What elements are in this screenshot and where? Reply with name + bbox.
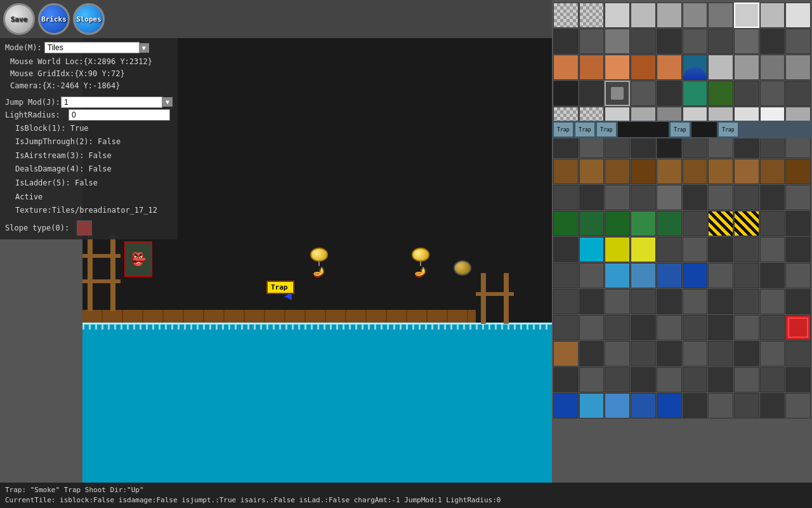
tile-15-1[interactable] [579, 393, 605, 418]
tile-2-1[interactable] [579, 55, 605, 80]
tile-6-1[interactable] [579, 159, 605, 184]
tile-1-3[interactable] [631, 29, 656, 54]
tile-3-1[interactable] [579, 81, 605, 106]
tile-15-5[interactable] [683, 393, 708, 418]
tile-6-3[interactable] [631, 159, 656, 184]
tile-13-6[interactable] [708, 341, 733, 366]
tile-3-6[interactable] [708, 81, 733, 106]
tile-6-6[interactable] [708, 159, 733, 184]
tile-6-8[interactable] [760, 159, 785, 184]
trap-tile-0[interactable]: Trap [553, 122, 573, 137]
tile-0-2[interactable] [605, 3, 630, 28]
tile-1-0[interactable] [553, 29, 579, 54]
tile-6-9[interactable] [785, 159, 811, 184]
tile-11-1[interactable] [579, 289, 605, 314]
tile-14-3[interactable] [631, 367, 656, 392]
tile-9-1[interactable] [579, 237, 605, 262]
tile-2-0[interactable] [553, 55, 579, 80]
tile-9-2[interactable] [605, 237, 630, 262]
tile-12-6[interactable] [708, 315, 733, 340]
tile-13-9[interactable] [785, 341, 811, 366]
tile-13-8[interactable] [760, 341, 785, 366]
tile-12-5[interactable] [683, 315, 708, 340]
tile-13-7[interactable] [734, 341, 759, 366]
trap-tile-4[interactable]: Trap [718, 122, 738, 137]
tile-7-5[interactable] [683, 185, 708, 210]
tile-12-3[interactable] [631, 315, 656, 340]
tile-10-1[interactable] [579, 263, 605, 288]
tile-9-8[interactable] [760, 237, 785, 262]
tile-13-5[interactable] [683, 341, 708, 366]
tile-8-1[interactable] [579, 211, 605, 236]
tile-6-4[interactable] [657, 159, 682, 184]
trap-tile-2[interactable]: Trap [596, 122, 617, 137]
tile-0-5[interactable] [683, 3, 708, 28]
tile-10-6[interactable] [708, 263, 733, 288]
tile-11-2[interactable] [605, 289, 630, 314]
tile-10-0[interactable] [553, 263, 579, 288]
tile-14-7[interactable] [734, 367, 759, 392]
tile-10-9[interactable] [785, 263, 811, 288]
tile-6-5[interactable] [683, 159, 708, 184]
tile-6-2[interactable] [605, 159, 630, 184]
tile-14-1[interactable] [579, 367, 605, 392]
tile-8-5[interactable] [683, 211, 708, 236]
tile-14-6[interactable] [708, 367, 733, 392]
tile-9-6[interactable] [708, 237, 733, 262]
tile-15-3[interactable] [631, 393, 656, 418]
tile-15-8[interactable] [760, 393, 785, 418]
tile-12-7[interactable] [734, 315, 759, 340]
tile-13-2[interactable] [605, 341, 630, 366]
tile-2-9[interactable] [785, 55, 811, 80]
tile-14-9[interactable] [785, 367, 811, 392]
tile-0-1[interactable] [579, 3, 605, 28]
tile-8-8[interactable] [760, 211, 785, 236]
tile-6-7[interactable] [734, 159, 759, 184]
tile-11-4[interactable] [657, 289, 682, 314]
tile-11-5[interactable] [683, 289, 708, 314]
tile-15-2[interactable] [605, 393, 630, 418]
tile-10-7[interactable] [734, 263, 759, 288]
tile-12-0[interactable] [553, 315, 579, 340]
tile-9-3[interactable] [631, 237, 656, 262]
tile-7-2[interactable] [605, 185, 630, 210]
tile-8-2[interactable] [605, 211, 630, 236]
tile-7-8[interactable] [760, 185, 785, 210]
tile-11-7[interactable] [734, 289, 759, 314]
tile-1-2[interactable] [605, 29, 630, 54]
tile-7-7[interactable] [734, 185, 759, 210]
tile-8-9[interactable] [785, 211, 811, 236]
tile-9-9[interactable] [785, 237, 811, 262]
tile-11-9[interactable] [785, 289, 811, 314]
jump-mod-arrow[interactable]: ▼ [162, 97, 173, 107]
tile-3-5[interactable] [683, 81, 708, 106]
tile-1-8[interactable] [760, 29, 785, 54]
tile-10-2[interactable] [605, 263, 630, 288]
tile-11-0[interactable] [553, 289, 579, 314]
tile-0-6[interactable] [708, 3, 733, 28]
tile-12-9[interactable] [785, 315, 811, 340]
tile-7-0[interactable] [553, 185, 579, 210]
tile-7-3[interactable] [631, 185, 656, 210]
tile-2-2[interactable] [605, 55, 630, 80]
tile-12-2[interactable] [605, 315, 630, 340]
tile-8-4[interactable] [657, 211, 682, 236]
tile-14-5[interactable] [683, 367, 708, 392]
tile-15-9[interactable] [785, 393, 811, 418]
tile-1-6[interactable] [708, 29, 733, 54]
tile-11-3[interactable] [631, 289, 656, 314]
tile-6-0[interactable] [553, 159, 579, 184]
tile-7-1[interactable] [579, 185, 605, 210]
tile-0-7[interactable] [734, 3, 759, 28]
tile-2-6[interactable] [708, 55, 733, 80]
tile-3-7[interactable] [734, 81, 759, 106]
tile-14-0[interactable] [553, 367, 579, 392]
tile-12-4[interactable] [657, 315, 682, 340]
tile-9-5[interactable] [683, 237, 708, 262]
tile-2-7[interactable] [734, 55, 759, 80]
tile-7-6[interactable] [708, 185, 733, 210]
tile-0-3[interactable] [631, 3, 656, 28]
tile-9-0[interactable] [553, 237, 579, 262]
tile-3-2[interactable] [605, 81, 630, 106]
light-radius-input[interactable] [69, 109, 170, 121]
